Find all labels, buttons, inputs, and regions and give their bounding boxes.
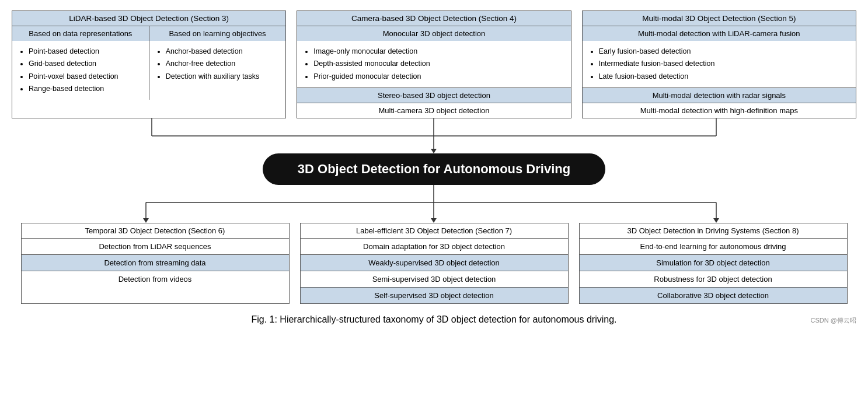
lidar-col1-item-4: Range-based detection (29, 83, 143, 95)
lidar-col2-item-2: Anchor-free detection (166, 58, 280, 70)
multimodal-row1-content: Early fusion-based detection Intermediat… (583, 41, 856, 88)
top-connector-svg (12, 118, 856, 153)
lidar-content: Point-based detection Grid-based detecti… (12, 41, 285, 100)
label-efficient-row-3: Self-supervised 3D object detection (301, 288, 568, 303)
multimodal-row1-header: Multi-modal detection with LiDAR-camera … (583, 26, 856, 41)
camera-row2: Stereo-based 3D object detection (297, 88, 570, 103)
driving-systems-row-2: Robustness for 3D object detection (580, 271, 847, 288)
multimodal-item-2: Intermediate fusion-based detection (599, 58, 850, 70)
camera-box: Camera-based 3D Object Detection (Sectio… (297, 10, 571, 118)
lidar-col2-item-1: Anchor-based detection (166, 46, 280, 58)
multimodal-header: Multi-modal 3D Object Detection (Section… (583, 11, 856, 26)
label-efficient-row-2: Semi-supervised 3D object detection (301, 271, 568, 288)
label-efficient-box: Label-efficient 3D Object Detection (Sec… (300, 223, 569, 304)
lidar-col2-list: Anchor-based detection Anchor-free detec… (155, 46, 280, 83)
lidar-col1-item-3: Point-voxel based detection (29, 71, 143, 83)
diagram-container: LiDAR-based 3D Object Detection (Section… (12, 10, 856, 325)
center-section: 3D Object Detection for Autonomous Drivi… (12, 153, 856, 185)
temporal-row-1: Detection from streaming data (22, 255, 289, 271)
camera-item-1: Image-only monocular detection (313, 46, 564, 58)
camera-row1-header: Monocular 3D object detection (297, 26, 570, 41)
label-efficient-row-1: Weakly-supervised 3D object detection (301, 255, 568, 271)
bottom-connector-svg (12, 185, 856, 223)
figure-caption: Fig. 1: Hierarchically-structured taxono… (251, 314, 616, 324)
camera-item-2: Depth-assisted monocular detection (313, 58, 564, 70)
bottom-connector (12, 185, 856, 223)
multimodal-row3: Multi-modal detection with high-definiti… (583, 103, 856, 118)
multimodal-row2: Multi-modal detection with radar signals (583, 88, 856, 103)
multimodal-box: Multi-modal 3D Object Detection (Section… (582, 10, 856, 118)
label-efficient-header: Label-efficient 3D Object Detection (Sec… (301, 223, 568, 239)
lidar-col2-item-3: Detection with auxiliary tasks (166, 71, 280, 83)
camera-header: Camera-based 3D Object Detection (Sectio… (297, 11, 570, 26)
driving-systems-header: 3D Object Detection in Driving Systems (… (580, 223, 847, 239)
driving-systems-box: 3D Object Detection in Driving Systems (… (579, 223, 848, 304)
camera-row3: Multi-camera 3D object detection (297, 103, 570, 118)
multimodal-item-1: Early fusion-based detection (599, 46, 850, 58)
temporal-box: Temporal 3D Object Detection (Section 6)… (21, 223, 290, 304)
camera-item-3: Prior-guided monocular detection (313, 71, 564, 83)
lidar-split-headers: Based on data representations Based on l… (12, 26, 285, 41)
svg-marker-9 (143, 218, 149, 223)
lidar-col2-header: Based on learning objectives (149, 26, 286, 41)
caption-row: Fig. 1: Hierarchically-structured taxono… (12, 314, 856, 325)
lidar-col1-item-1: Point-based detection (29, 46, 143, 58)
csdn-badge: CSDN @傅云昭 (811, 316, 856, 325)
lidar-col1-item-2: Grid-based detection (29, 58, 143, 70)
top-connector (12, 118, 856, 153)
top-row: LiDAR-based 3D Object Detection (Section… (12, 10, 856, 118)
multimodal-item-3: Late fusion-based detection (599, 71, 850, 83)
svg-marker-13 (713, 218, 719, 223)
lidar-col1-header: Based on data representations (12, 26, 149, 41)
camera-row1-content: Image-only monocular detection Depth-ass… (297, 41, 570, 88)
camera-row1-list: Image-only monocular detection Depth-ass… (303, 46, 564, 83)
lidar-header: LiDAR-based 3D Object Detection (Section… (12, 11, 285, 26)
driving-systems-row-0: End-to-end learning for autonomous drivi… (580, 239, 847, 255)
svg-marker-5 (431, 149, 437, 153)
lidar-col2-content: Anchor-based detection Anchor-free detec… (149, 41, 286, 100)
svg-marker-11 (431, 218, 437, 223)
lidar-col1-content: Point-based detection Grid-based detecti… (12, 41, 149, 100)
driving-systems-row-1: Simulation for 3D object detection (580, 255, 847, 271)
temporal-header: Temporal 3D Object Detection (Section 6) (22, 223, 289, 239)
multimodal-row1-list: Early fusion-based detection Intermediat… (588, 46, 850, 83)
driving-systems-row-3: Collaborative 3D object detection (580, 288, 847, 303)
lidar-col1-list: Point-based detection Grid-based detecti… (18, 46, 143, 95)
lidar-box: LiDAR-based 3D Object Detection (Section… (12, 10, 286, 118)
label-efficient-row-0: Domain adaptation for 3D object detectio… (301, 239, 568, 255)
center-box: 3D Object Detection for Autonomous Drivi… (263, 153, 605, 185)
temporal-row-2: Detection from videos (22, 271, 289, 287)
temporal-row-0: Detection from LiDAR sequences (22, 239, 289, 255)
bottom-row: Temporal 3D Object Detection (Section 6)… (12, 223, 856, 304)
